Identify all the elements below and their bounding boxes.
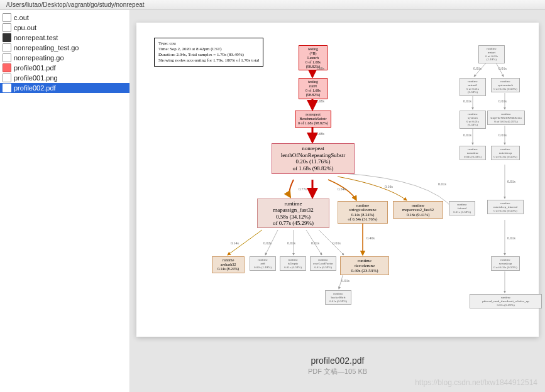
edge-label: 1.68s (316, 99, 324, 103)
file-label: profile001.png (14, 74, 58, 82)
file-label: profile002.pdf (14, 84, 56, 92)
pdf-icon (3, 63, 11, 72)
doc-icon (3, 53, 11, 62)
node-nonrepeat-fn: nonrepeat lenthOfNonRepeatingSubstr 0.20… (272, 143, 355, 174)
node-bucketshift: runtime bucketShift 0.01s (0.59%) (325, 290, 351, 305)
edge-label: 0.40s (366, 236, 375, 240)
doc-icon (3, 13, 11, 22)
file-item-testgo[interactable]: nonrepeating_test.go (0, 43, 129, 53)
document-caption: profile002.pdf PDF 文稿—105 KB (308, 356, 367, 376)
file-item-cpuout[interactable]: cpu.out (0, 23, 129, 33)
edge-label: 0.01s (463, 99, 471, 103)
main-area: c.out cpu.out nonrepeat.test nonrepeatin… (0, 10, 545, 392)
node-mstart: runtime mstart 0 of 0.02s (1.18%) (478, 45, 505, 63)
node-mapaccess2: runtime mapaccess2_fast32 0.16s (9.41%) (393, 201, 443, 219)
node-stringtoslice: runtime stringtoslicerune 0.14s (8.24%) … (338, 201, 388, 224)
edge-label: 0.01s (311, 241, 319, 245)
edge-label: 0.01s (438, 182, 446, 186)
node-testing-runn: testing runN 0 of 1.68s (98.82%) (299, 78, 328, 99)
node-sysmon: runtime sysmon 0 of 0.01s (0.59%) (460, 111, 486, 129)
edge-label: 0.54s (338, 187, 346, 191)
edge-label: 0.01s (287, 241, 295, 245)
node-notetsleep: runtime notetsleep 0 of 0.01s (0.59%) (491, 146, 520, 160)
profile-graph: testing (*B) Launch 0 of 1.68s (98.82%) … (136, 23, 539, 337)
edge-label: 0.14s (231, 241, 239, 245)
doc-icon (3, 23, 11, 32)
node-isempty: runtime isEmpty 0.01s (0.59%) (280, 256, 306, 271)
doc-icon (3, 43, 11, 52)
file-label: nonrepeating.go (14, 54, 64, 62)
file-item-cout[interactable]: c.out (0, 13, 129, 23)
edge-label: 0.01s (498, 99, 507, 103)
edge-label: 0.16s (385, 185, 393, 188)
pdf-page[interactable]: Type: cpu Time: Sep 2, 2020 at 8:42pm (C… (136, 23, 539, 337)
file-label: c.out (14, 14, 29, 21)
node-overload: runtime overLoadFactor 0.01s (0.59%) (310, 256, 336, 271)
node-mstart1: runtime mstart1 0 of 0.01s (0.59%) (460, 78, 486, 96)
file-item-pdf2[interactable]: profile002.pdf (0, 83, 129, 93)
file-item-png[interactable]: profile001.png (0, 73, 129, 83)
file-label: nonrepeating_test.go (14, 44, 79, 52)
file-label: nonrepeat.test (14, 34, 58, 41)
caption-subtitle: PDF 文稿—105 KB (308, 367, 367, 376)
node-aeshash: runtime aeshash32 0.14s (8.24%) (212, 256, 245, 273)
file-label: cpu.out (14, 24, 36, 31)
node-systemstack: runtime systemstack 0 of 0.01s (0.59%) (491, 78, 520, 92)
edge-label: 0.01s (473, 67, 482, 70)
node-mapassign: runtime mapassign_fast32 0.58s (34.12%) … (257, 199, 329, 228)
edge-label: 0.77s (299, 187, 307, 191)
node-nanotime: runtime nanotime 0.01s (0.59%) (460, 146, 486, 160)
pdf-icon (3, 84, 11, 92)
app-window: /Users/liutao/Desktop/vagrant/go/study/n… (0, 0, 545, 392)
edge-label: 0.01s (333, 241, 341, 245)
file-label: profile001.pdf (14, 64, 56, 72)
edge-label: 1.68s (316, 67, 324, 70)
node-benchmark: nonrepeat BenchmarkSubstr 0 of 1.68s (98… (295, 111, 331, 128)
edge-label: 1.68s (316, 132, 324, 136)
edge-label: 0.01s (507, 236, 515, 240)
preview-content: Type: cpu Time: Sep 2, 2020 at 8:42pm (C… (130, 10, 545, 392)
edge-label: 0.01s (498, 67, 507, 70)
node-fairend: runtime fairend 0.01s (0.59%) (449, 201, 475, 215)
edge-label: 0.02s (263, 241, 272, 245)
png-icon (3, 74, 11, 82)
caption-title: profile002.pdf (308, 356, 367, 366)
node-decoderune: runtime decoderune 0.40s (23.53%) (340, 256, 389, 275)
edge-label: 0.01s (507, 180, 515, 183)
node-semasleep: runtime semasleep 0 of 0.01s (0.59%) (491, 256, 520, 271)
exec-icon (3, 33, 11, 42)
titlebar: /Users/liutao/Desktop/vagrant/go/study/n… (0, 0, 545, 10)
file-item-pdf1[interactable]: profile001.pdf (0, 63, 129, 73)
edge-label: 0.01s (463, 133, 471, 137)
watermark: https://blog.csdn.net/lxw1844912514 (415, 378, 537, 387)
edge-label: 0.01s (341, 279, 350, 283)
file-sidebar: c.out cpu.out nonrepeat.test nonrepeatin… (0, 10, 130, 392)
file-item-go[interactable]: nonrepeating.go (0, 53, 129, 63)
edge-label: 0.01s (498, 133, 507, 137)
node-notetsleep-int: runtime notetsleep_internal 0 of 0.01s (… (487, 200, 524, 214)
node-stoptheworld: runtime stopTheWorldWithSema 0 of 0.01s … (487, 111, 525, 125)
node-pthread: runtime pthread_cond_timedwait_relative_… (470, 294, 542, 308)
node-add: runtime add 0.02s (1.18%) (250, 256, 276, 271)
file-item-test[interactable]: nonrepeat.test (0, 33, 129, 43)
